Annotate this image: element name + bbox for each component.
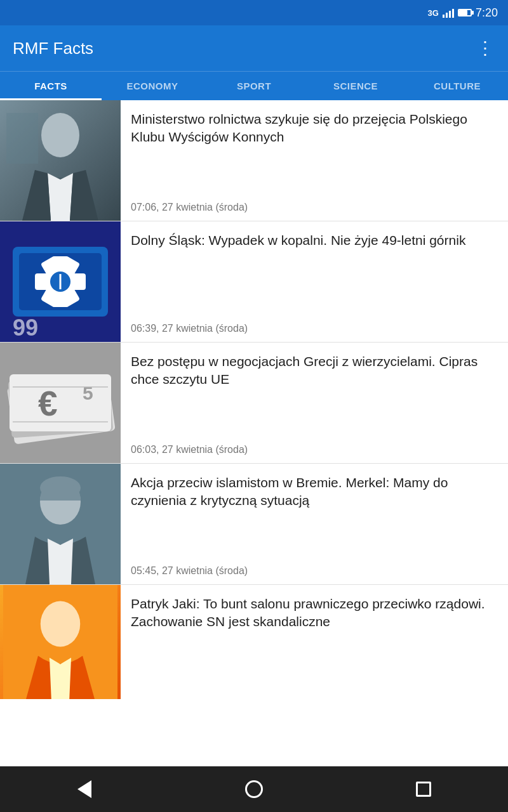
recents-icon [416,782,431,797]
tab-economy[interactable]: ECONOMY [102,72,203,100]
nav-back-button[interactable] [69,773,100,805]
tab-bar: FACTS ECONOMY SPORT SCIENCE CULTURE [0,71,508,100]
svg-point-29 [41,601,81,647]
home-icon [245,780,263,798]
svg-rect-3 [6,113,38,164]
nav-home-button[interactable] [238,773,270,805]
status-icons: 3G 7:20 [428,6,498,20]
status-time: 7:20 [476,6,498,20]
news-item-1[interactable]: Ministerstwo rolnictwa szykuje się do pr… [0,100,508,221]
app-title: RMF Facts [13,39,93,58]
news-title-3: Bez postępu w negocjacjach Grecji z wier… [131,353,498,438]
news-thumbnail-5 [0,585,121,699]
back-icon [77,780,91,798]
news-item-5[interactable]: Patryk Jaki: To bunt salonu prawniczego … [0,585,508,705]
news-time-2: 06:39, 27 kwietnia (środa) [131,323,498,334]
signal-bars-icon [443,8,454,18]
news-item-4[interactable]: Akcja przeciw islamistom w Bremie. Merke… [0,464,508,585]
overflow-menu-button[interactable]: ⋮ [476,39,495,57]
tab-culture[interactable]: CULTURE [406,72,508,100]
tab-sport[interactable]: SPORT [203,72,305,100]
news-title-4: Akcja przeciw islamistom w Bremie. Merke… [131,474,498,559]
news-title-5: Patryk Jaki: To bunt salonu prawniczego … [131,595,498,698]
svg-text:5: 5 [83,383,93,403]
news-content-5: Patryk Jaki: To bunt salonu prawniczego … [121,585,508,705]
news-content-1: Ministerstwo rolnictwa szykuje się do pr… [121,100,508,221]
signal-3g-label: 3G [428,8,439,18]
news-time-4: 05:45, 27 kwietnia (środa) [131,565,498,577]
svg-rect-17 [10,374,111,431]
news-time-1: 07:06, 27 kwietnia (środa) [131,202,498,213]
news-thumbnail-4 [0,464,121,584]
svg-text:99: 99 [13,315,38,341]
news-thumbnail-1 [0,100,121,221]
news-item-3[interactable]: € 5 Bez postępu w negocjacjach Grecji z … [0,343,508,464]
status-bar: 3G 7:20 [0,0,508,25]
nav-recents-button[interactable] [408,773,439,805]
bottom-navigation [0,766,508,812]
news-content-2: Dolny Śląsk: Wypadek w kopalni. Nie żyje… [121,221,508,342]
news-list: Ministerstwo rolnictwa szykuje się do pr… [0,100,508,705]
news-content-4: Akcja przeciw islamistom w Bremie. Merke… [121,464,508,584]
news-title-1: Ministerstwo rolnictwa szykuje się do pr… [131,110,498,195]
svg-text:€: € [38,384,58,423]
svg-point-2 [41,113,79,157]
tab-facts[interactable]: FACTS [0,72,102,100]
news-title-2: Dolny Śląsk: Wypadek w kopalni. Nie żyje… [131,232,498,317]
tab-science[interactable]: SCIENCE [305,72,406,100]
news-thumbnail-2: 99 [0,221,121,342]
news-item-2[interactable]: 99 Dolny Śląsk: Wypadek w kopalni. Nie ż… [0,221,508,343]
news-thumbnail-3: € 5 [0,343,121,463]
news-content-3: Bez postępu w negocjacjach Grecji z wier… [121,343,508,463]
battery-icon [458,9,472,16]
app-bar: RMF Facts ⋮ [0,25,508,71]
news-time-3: 06:03, 27 kwietnia (środa) [131,444,498,455]
